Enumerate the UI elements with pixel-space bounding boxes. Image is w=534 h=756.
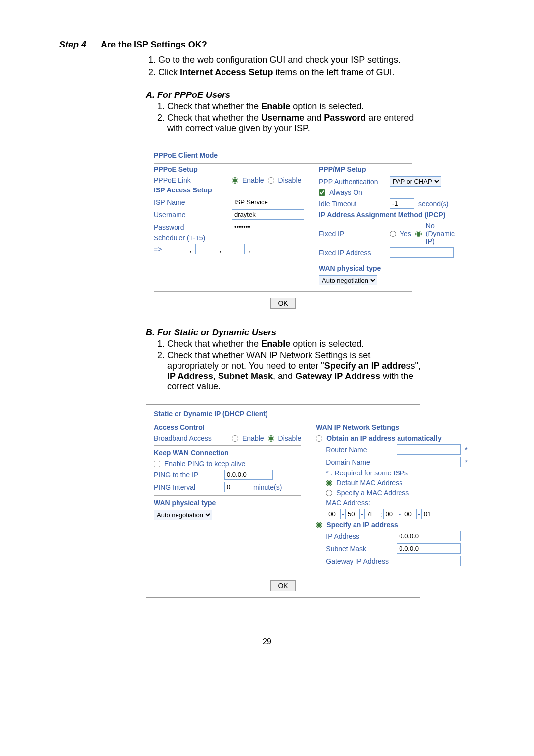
password-input[interactable] — [232, 222, 304, 232]
specify-mac-label: Specify a MAC Address — [336, 489, 409, 497]
txt: 2. Check that whether the — [157, 113, 261, 123]
always-on-check[interactable] — [319, 189, 325, 196]
enable-ping-label: Enable PING to keep alive — [164, 460, 245, 468]
mac-2[interactable] — [364, 509, 379, 519]
step-title: Are the ISP Settings OK? — [101, 40, 207, 50]
specify-ip-radio[interactable] — [316, 522, 322, 528]
divider — [154, 445, 301, 446]
router-name-label: Router Name — [326, 446, 393, 454]
wan-phys-select2[interactable]: Auto negotiation — [154, 510, 212, 520]
ping-ip-input[interactable] — [224, 470, 273, 480]
panel2-header: Static or Dynamic IP (DHCP Client) — [146, 405, 420, 422]
mac-5[interactable] — [421, 509, 436, 519]
txt: with the — [380, 371, 413, 381]
pppoe-panel: PPPoE Client Mode PPPoE Setup PPPoE Link… — [146, 146, 420, 315]
subnet-input[interactable] — [397, 543, 461, 554]
default-mac-radio[interactable] — [326, 480, 332, 486]
always-on-label: Always On — [329, 189, 362, 196]
dash: - — [361, 510, 363, 518]
disable-radio2[interactable] — [268, 435, 274, 442]
seconds-label: second(s) — [418, 200, 448, 208]
sec-a-2: 2. Check that whether the Username and P… — [157, 113, 475, 123]
ppp-mp-title: PPP/MP Setup — [319, 165, 455, 173]
ok-button[interactable]: OK — [270, 298, 295, 309]
enable-radio2[interactable] — [232, 435, 238, 442]
pppoe-link-label: PPPoE Link — [154, 176, 228, 184]
colon: : — [380, 510, 382, 518]
section-b-title: B. For Static or Dynamic Users — [146, 328, 475, 338]
step-label: Step 4 — [59, 40, 86, 50]
mac-0[interactable] — [326, 509, 341, 519]
sec-b-2d: correct value. — [167, 381, 475, 392]
star1: * — [465, 446, 467, 454]
isp-name-input[interactable] — [232, 197, 304, 207]
txt: 1. Check that whether the — [157, 101, 261, 111]
sec-b-2c: IP Address, Subnet Mask, and Gateway IP … — [167, 371, 475, 381]
idle-timeout-label: Idle Timeout — [319, 200, 386, 208]
specify-mac-radio[interactable] — [326, 490, 332, 496]
disable-radio[interactable] — [268, 177, 274, 184]
scheduler-label: Scheduler (1-15) — [154, 234, 228, 242]
bold-password: Password — [324, 113, 366, 123]
fixed-ip-addr-label: Fixed IP Address — [319, 249, 386, 257]
router-name-input[interactable] — [397, 444, 461, 455]
domain-name-input[interactable] — [397, 457, 461, 467]
txt: option is selected. — [290, 339, 364, 349]
yes-radio[interactable] — [390, 231, 396, 237]
sched-2[interactable] — [195, 244, 215, 254]
instr-1: 1. Go to the web configuration GUI and c… — [148, 55, 475, 65]
mac-addr-label: MAC Address: — [326, 499, 370, 507]
txt: and — [304, 113, 324, 123]
ppp-auth-select[interactable]: PAP or CHAP — [390, 176, 441, 187]
gateway-input[interactable] — [397, 556, 461, 566]
txt: ss", — [406, 361, 420, 371]
sec-a-2b: with correct value given by your ISP. — [167, 123, 475, 134]
fixed-ip-input[interactable] — [390, 247, 454, 258]
yes-text: Yes — [400, 230, 411, 237]
wan-phys-select[interactable]: Auto negotiation — [319, 275, 377, 285]
enable-text: Enable — [242, 176, 264, 184]
sched-3[interactable] — [225, 244, 245, 254]
divider — [319, 261, 455, 261]
ip-addr-input[interactable] — [397, 531, 461, 541]
ping-interval-input[interactable] — [224, 482, 249, 492]
bold-internet: Internet Access Setup — [180, 67, 273, 77]
ppp-auth-label: PPP Authentication — [319, 178, 386, 186]
wan-phys-title: WAN physical type — [319, 264, 455, 272]
no-radio[interactable] — [415, 231, 422, 237]
username-input[interactable] — [232, 209, 304, 220]
section-a-title: A. For PPPoE Users — [146, 90, 475, 100]
mac-1[interactable] — [345, 509, 360, 519]
keep-wan-title: Keep WAN Connection — [154, 449, 301, 457]
pppoe-setup-title: PPPoE Setup — [154, 165, 304, 173]
enable-ping-check[interactable] — [154, 461, 160, 467]
ip-assign-title: IP Address Assignment Method (IPCP) — [319, 211, 455, 219]
enable-radio[interactable] — [232, 177, 238, 184]
obtain-auto-radio[interactable] — [316, 435, 322, 442]
sec-a-1: 1. Check that whether the Enable option … — [157, 101, 475, 112]
sched-4[interactable] — [255, 244, 274, 254]
mac-3[interactable] — [383, 509, 398, 519]
default-mac-label: Default MAC Address — [336, 479, 402, 487]
bold-specify: Specify an IP addre — [324, 361, 406, 371]
arrow: => — [154, 245, 162, 253]
obtain-auto-label: Obtain an IP address automatically — [326, 434, 441, 442]
bold-username: Username — [261, 113, 304, 123]
dash: - — [399, 510, 401, 518]
idle-input[interactable] — [390, 198, 414, 209]
specify-ip-label: Specify an IP address — [326, 521, 398, 529]
txt: 1. Check that whether the — [157, 339, 261, 349]
ok-button2[interactable]: OK — [270, 580, 295, 591]
txt: appropriately or not. You need to enter … — [167, 361, 324, 371]
password-label: Password — [154, 223, 228, 231]
minutes-label: minute(s) — [253, 483, 282, 491]
sched-1[interactable] — [166, 244, 185, 254]
txt: , and — [273, 371, 295, 381]
domain-name-label: Domain Name — [326, 458, 393, 466]
mac-4[interactable] — [402, 509, 417, 519]
access-control-title: Access Control — [154, 424, 301, 431]
disable-text2: Disable — [278, 434, 302, 442]
bold-enable: Enable — [261, 101, 290, 111]
txt: , — [213, 371, 218, 381]
txt: items on the left frame of GUI. — [273, 67, 394, 77]
